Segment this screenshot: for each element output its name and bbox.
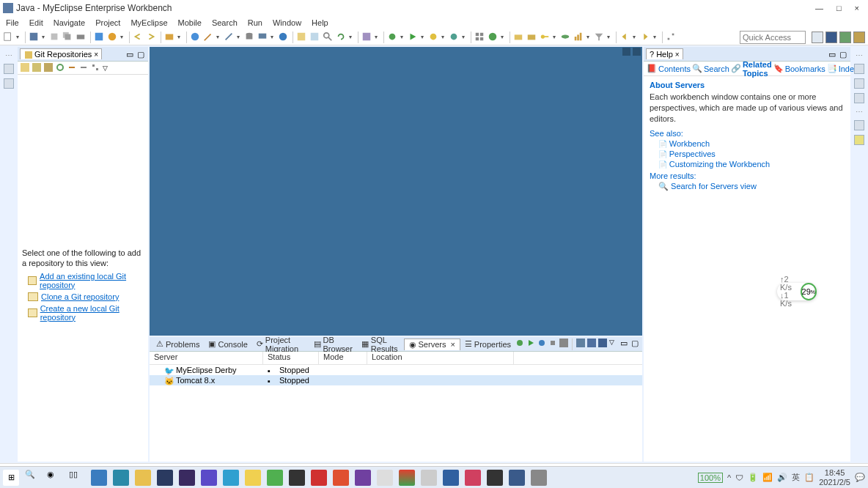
help-tab[interactable]: ? Help × (646, 48, 683, 59)
grid-icon[interactable] (474, 32, 486, 43)
editor-max-icon[interactable] (633, 48, 641, 56)
monitor-icon[interactable] (257, 32, 269, 43)
redo-icon[interactable] (146, 32, 158, 43)
wechat-icon[interactable] (267, 470, 283, 486)
open-task-icon[interactable] (309, 32, 321, 43)
tray-chevron-icon[interactable]: ^ (727, 473, 731, 482)
server-debug-icon[interactable] (515, 339, 524, 347)
trim-icon[interactable] (854, 78, 864, 89)
tab-sql-results[interactable]: ▦SQL Results (357, 335, 404, 354)
server-publish-icon[interactable] (559, 339, 568, 347)
pin-icon[interactable] (666, 32, 677, 43)
minimize-view-icon[interactable]: ▭ (126, 50, 135, 59)
menu-myeclipse[interactable]: MyEclipse (130, 18, 167, 27)
debug-icon[interactable] (387, 32, 399, 43)
add-existing-repo-link[interactable]: Add an existing local Git repository (28, 272, 144, 289)
network-meter-widget[interactable]: ↑2 K/s ↓1 K/s 29% (777, 283, 817, 300)
server-run-icon[interactable] (526, 339, 535, 347)
close-tab-icon[interactable]: × (450, 340, 455, 349)
collapse-icon[interactable] (79, 63, 88, 73)
maximize-button[interactable]: □ (836, 4, 842, 12)
server-stop-icon[interactable] (548, 339, 557, 347)
trim-icon[interactable] (4, 64, 14, 74)
menu-window[interactable]: Window (273, 18, 301, 27)
new-icon[interactable] (3, 32, 15, 43)
server-profile-icon[interactable] (537, 339, 546, 347)
db-icon[interactable] (244, 32, 256, 43)
app-icon[interactable] (487, 470, 503, 486)
maximize-view-icon[interactable]: ▢ (631, 339, 640, 347)
back-icon[interactable] (619, 32, 631, 43)
trim-icon[interactable] (854, 120, 864, 130)
qq-icon[interactable] (289, 470, 305, 486)
app-icon[interactable] (201, 470, 217, 486)
photoshop-icon[interactable] (157, 470, 173, 486)
app-icon[interactable] (223, 470, 239, 486)
link-icon[interactable] (67, 63, 76, 73)
search-taskbar-icon[interactable]: 🔍 (25, 470, 41, 486)
new-proj-icon[interactable] (488, 32, 499, 43)
quick-access-input[interactable] (740, 31, 806, 44)
saveall-icon[interactable] (62, 32, 74, 43)
package-icon[interactable] (164, 32, 176, 43)
menu-mobile[interactable]: Mobile (178, 18, 202, 27)
battery-icon[interactable]: 100% (698, 473, 723, 483)
undo-icon[interactable] (133, 32, 144, 43)
filter-icon[interactable] (594, 32, 606, 43)
myeclipse-taskbar-icon[interactable] (509, 470, 525, 486)
close-tab-icon[interactable]: × (94, 51, 98, 59)
menu-navigate[interactable]: Navigate (54, 18, 85, 27)
explorer-icon[interactable] (135, 470, 151, 486)
tray-icon[interactable]: 📶 (762, 473, 773, 482)
tray-icon[interactable]: 📋 (804, 473, 814, 482)
tray-icon[interactable]: 🛡 (735, 473, 743, 482)
clone-icon[interactable] (32, 63, 41, 73)
tray-icon[interactable]: 🔋 (748, 473, 758, 482)
editor-min-icon[interactable] (622, 48, 630, 56)
close-button[interactable]: × (855, 4, 859, 12)
chart-icon[interactable] (573, 32, 585, 43)
add-repo-icon[interactable] (21, 63, 29, 73)
minimize-button[interactable]: — (815, 4, 823, 12)
minimize-view-icon[interactable]: ▭ (620, 339, 629, 347)
refresh-repo-icon[interactable] (56, 63, 65, 73)
sogou-icon[interactable] (311, 470, 327, 486)
server-remove-icon[interactable] (587, 339, 596, 347)
col-mode[interactable]: Mode (319, 352, 367, 364)
edge-icon[interactable] (113, 470, 129, 486)
server-browse-icon[interactable] (598, 339, 607, 347)
menu-project[interactable]: Project (95, 18, 120, 27)
taskbar-clock[interactable]: 18:45 2021/2/5 (819, 468, 850, 486)
build-icon[interactable] (94, 32, 106, 43)
git-repositories-tab[interactable]: Git Repositories × (20, 48, 102, 59)
start-button[interactable]: ⊞ (3, 470, 19, 486)
trim-icon[interactable] (854, 135, 864, 145)
col-status[interactable]: Status (263, 352, 319, 364)
maximize-view-icon[interactable]: ▢ (839, 50, 848, 59)
maximize-view-icon[interactable]: ▢ (137, 50, 146, 59)
run-last-icon[interactable] (361, 32, 373, 43)
dropdown-arrow[interactable]: ▾ (16, 34, 22, 40)
help-contents[interactable]: 📕Contents (647, 64, 691, 73)
tray-ime-icon[interactable]: 英 (792, 472, 800, 483)
folder-icon[interactable] (513, 32, 525, 43)
server-add-icon[interactable] (576, 339, 585, 347)
chrome-icon[interactable] (399, 470, 415, 486)
run-icon[interactable] (408, 32, 419, 43)
menu-file[interactable]: File (6, 18, 19, 27)
app-icon[interactable] (421, 470, 437, 486)
search-icon[interactable] (323, 32, 334, 43)
fwd-icon[interactable] (640, 32, 652, 43)
tab-servers[interactable]: ◉Servers× (404, 339, 460, 350)
globe-icon[interactable] (190, 32, 202, 43)
menu-help[interactable]: Help (312, 18, 328, 27)
tab-migration[interactable]: ⟳Project Migration (252, 335, 309, 354)
app-icon[interactable] (333, 470, 349, 486)
premiere-icon[interactable] (179, 470, 195, 486)
close-tab-icon[interactable]: × (675, 51, 680, 59)
open-perspective-icon[interactable] (812, 32, 823, 43)
minimize-view-icon[interactable]: ▭ (828, 50, 837, 59)
trim-icon[interactable] (4, 78, 14, 89)
help-bookmarks[interactable]: 🔖Bookmarks (773, 64, 825, 73)
col-server[interactable]: Server (150, 352, 263, 364)
